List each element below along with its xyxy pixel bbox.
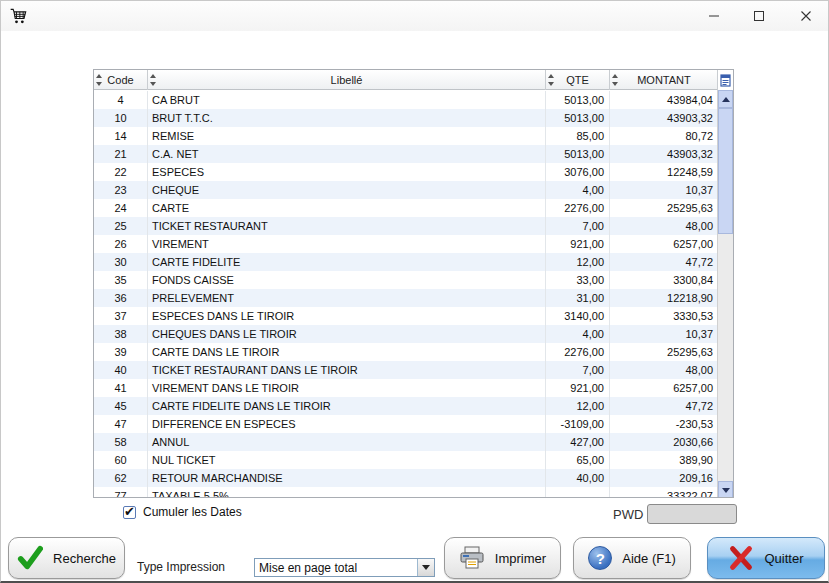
scroll-up-button[interactable] [718,90,733,108]
table-cell: 427,00 [546,433,610,451]
table-cell: C.A. NET [148,145,546,163]
table-cell: 12248,59 [610,163,718,181]
table-cell: 33322,07 [610,487,718,498]
table-cell: ESPECES [148,163,546,181]
table-cell: 39 [94,343,148,361]
imprimer-label: Imprimer [495,551,546,566]
table-cell: REMISE [148,127,546,145]
table-cell: 4 [94,91,148,109]
table-cell: 12218,90 [610,289,718,307]
cumuler-dates-checkbox[interactable] [123,506,136,519]
table-cell: 47,72 [610,253,718,271]
table-cell: VIREMENT [148,235,546,253]
table-cell: 3330,53 [610,307,718,325]
table-row[interactable]: 77TAXABLE 5,5%33322,07 [94,487,718,498]
aide-label: Aide (F1) [622,551,675,566]
column-header-label: Libellé [331,74,363,86]
column-header-montant[interactable]: MONTANT [610,70,718,90]
scrollbar-thumb[interactable] [718,108,733,234]
table-cell: 4,00 [546,181,610,199]
maximize-button[interactable] [737,1,781,31]
title-bar [1,1,828,31]
close-button[interactable] [784,1,828,31]
minimize-icon [708,10,720,22]
table-body: 4CA BRUT5013,0043984,0410BRUT T.T.C.5013… [94,91,718,498]
recherche-label: Recherche [53,551,116,566]
table-row[interactable]: 47DIFFERENCE EN ESPECES-3109,00-230,53 [94,415,718,433]
vertical-scrollbar[interactable] [717,90,733,498]
aide-button[interactable]: ? Aide (F1) [573,537,691,579]
shopping-cart-icon[interactable] [9,6,29,26]
table-row[interactable]: 36PRELEVEMENT31,0012218,90 [94,289,718,307]
table-row[interactable]: 23CHEQUE4,0010,37 [94,181,718,199]
table-row[interactable]: 38CHEQUES DANS LE TIROIR4,0010,37 [94,325,718,343]
column-header-qte[interactable]: QTE [546,70,610,90]
table-row[interactable]: 26VIREMENT921,006257,00 [94,235,718,253]
imprimer-button[interactable]: Imprimer [444,537,561,579]
table-cell: 7,00 [546,361,610,379]
table-cell: 14 [94,127,148,145]
table-row[interactable]: 37ESPECES DANS LE TIROIR3140,003330,53 [94,307,718,325]
pwd-label: PWD [613,507,643,522]
table-cell: 5013,00 [546,145,610,163]
table-cell: 25295,63 [610,343,718,361]
table-row[interactable]: 41VIREMENT DANS LE TIROIR921,006257,00 [94,379,718,397]
table-cell: CHEQUE [148,181,546,199]
table-row[interactable]: 60NUL TICKET65,00389,90 [94,451,718,469]
table-cell: 25 [94,217,148,235]
table-row[interactable]: 4CA BRUT5013,0043984,04 [94,91,718,109]
table-cell: 60 [94,451,148,469]
type-impression-select[interactable]: Mise en page total [254,558,435,577]
table-cell: 22 [94,163,148,181]
table-row[interactable]: 62RETOUR MARCHANDISE40,00209,16 [94,469,718,487]
table-cell: RETOUR MARCHANDISE [148,469,546,487]
table-row[interactable]: 10BRUT T.T.C.5013,0043903,32 [94,109,718,127]
table-row[interactable]: 30CARTE FIDELITE12,0047,72 [94,253,718,271]
table-cell: CARTE FIDELITE DANS LE TIROIR [148,397,546,415]
table-row[interactable]: 39CARTE DANS LE TIROIR2276,0025295,63 [94,343,718,361]
table-cell: 4,00 [546,325,610,343]
sort-icon [149,73,156,87]
table-cell: 43903,32 [610,145,718,163]
table-row[interactable]: 45CARTE FIDELITE DANS LE TIROIR12,0047,7… [94,397,718,415]
table-cell: PRELEVEMENT [148,289,546,307]
quitter-button[interactable]: Quitter [707,537,825,579]
table-cell: 921,00 [546,235,610,253]
table-row[interactable]: 25TICKET RESTAURANT7,0048,00 [94,217,718,235]
minimize-button[interactable] [692,1,736,31]
table-cell: 25295,63 [610,199,718,217]
column-header-label: MONTANT [637,74,691,86]
arrow-down-icon [722,488,730,493]
table-cell: CHEQUES DANS LE TIROIR [148,325,546,343]
grid-options-button[interactable] [717,70,733,90]
table-cell: 24 [94,199,148,217]
pwd-field[interactable] [647,504,737,524]
table-cell: 35 [94,271,148,289]
table-cell: NUL TICKET [148,451,546,469]
table-cell: 23 [94,181,148,199]
table-row[interactable]: 58ANNUL427,002030,66 [94,433,718,451]
table-cell: 43984,04 [610,91,718,109]
table-cell: 3076,00 [546,163,610,181]
maximize-icon [753,10,765,22]
table-cell: CARTE FIDELITE [148,253,546,271]
recherche-button[interactable]: Recherche [8,537,125,579]
table-cell: 389,90 [610,451,718,469]
table-row[interactable]: 14REMISE85,0080,72 [94,127,718,145]
table-cell: -230,53 [610,415,718,433]
scroll-down-button[interactable] [718,481,733,498]
table-row[interactable]: 35FONDS CAISSE33,003300,84 [94,271,718,289]
table-cell: 45 [94,397,148,415]
table-cell: TICKET RESTAURANT DANS LE TIROIR [148,361,546,379]
table-row[interactable]: 21C.A. NET5013,0043903,32 [94,145,718,163]
table-cell: 209,16 [610,469,718,487]
column-header-code[interactable]: Code [94,70,148,90]
table-row[interactable]: 40TICKET RESTAURANT DANS LE TIROIR7,0048… [94,361,718,379]
column-header-libelle[interactable]: Libellé [148,70,546,90]
chevron-down-icon [417,559,434,576]
table-header-row: Code Libellé QTE MONTANT [94,70,718,90]
selected-option-label: Mise en page total [255,561,417,575]
table-cell: 6257,00 [610,379,718,397]
table-row[interactable]: 24CARTE2276,0025295,63 [94,199,718,217]
table-row[interactable]: 22ESPECES3076,0012248,59 [94,163,718,181]
